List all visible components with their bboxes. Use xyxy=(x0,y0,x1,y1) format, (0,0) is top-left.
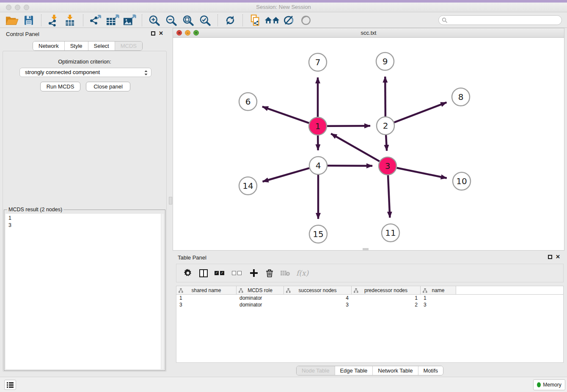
delete-icon[interactable] xyxy=(265,267,274,279)
tab-node-table[interactable]: Node Table xyxy=(297,366,335,375)
table-cell[interactable]: 3 xyxy=(284,302,352,308)
zoom-out-icon[interactable] xyxy=(163,14,180,27)
close-panel-icon[interactable]: ✕ xyxy=(159,31,163,36)
graph-node-6[interactable]: 6 xyxy=(239,93,257,110)
graph-edge-4-14[interactable] xyxy=(263,168,309,182)
graph-node-11[interactable]: 11 xyxy=(382,224,399,242)
table-cell[interactable]: 3 xyxy=(421,302,456,308)
optimization-criterion-value: strongly connected component xyxy=(25,69,100,75)
graph-node-10[interactable]: 10 xyxy=(453,172,471,190)
graph-edge-1-6[interactable] xyxy=(262,107,309,123)
graph-node-9[interactable]: 9 xyxy=(376,52,394,70)
svg-text:10: 10 xyxy=(456,176,467,186)
column-type-icon xyxy=(286,288,291,293)
optimization-criterion-select[interactable]: strongly connected component xyxy=(19,68,151,77)
export-network-icon[interactable] xyxy=(87,14,104,27)
import-network-icon[interactable] xyxy=(45,14,62,27)
save-icon[interactable] xyxy=(20,14,37,27)
column-header-predecessor-nodes[interactable]: predecessor nodes xyxy=(352,286,421,294)
toolbar-separator xyxy=(217,14,218,26)
node-table: shared nameMCDS rolesuccessor nodesprede… xyxy=(176,286,564,363)
refresh-icon[interactable] xyxy=(222,14,239,27)
graph-edge-1-2[interactable] xyxy=(327,126,370,126)
deselect-all-icon[interactable] xyxy=(232,267,243,279)
panel-splitter-grip[interactable] xyxy=(169,197,172,204)
open-folder-icon[interactable] xyxy=(3,14,20,27)
tab-motifs[interactable]: Motifs xyxy=(418,366,443,375)
toolbar-separator xyxy=(242,14,243,26)
task-history-button[interactable] xyxy=(4,380,16,390)
float-panel-icon[interactable] xyxy=(151,31,155,36)
tab-network-table[interactable]: Network Table xyxy=(373,366,418,375)
network-canvas[interactable]: 7968124314101511 xyxy=(173,38,564,250)
column-header-mcds-role[interactable]: MCDS role xyxy=(237,286,284,294)
show-columns-icon[interactable] xyxy=(199,267,208,279)
graph-edge-3-1[interactable] xyxy=(331,134,380,161)
table-cell[interactable]: 1 xyxy=(352,295,421,301)
tab-style[interactable]: Style xyxy=(65,41,88,50)
column-type-icon xyxy=(239,288,243,293)
table-cell[interactable]: dominator xyxy=(237,295,284,301)
float-table-panel-icon[interactable] xyxy=(548,255,552,259)
close-panel-button[interactable]: Close panel xyxy=(86,82,130,91)
duplicate-network-icon[interactable] xyxy=(247,14,264,27)
memory-button[interactable]: Memory xyxy=(533,379,565,390)
import-table-icon[interactable] xyxy=(62,14,79,27)
svg-text:9: 9 xyxy=(383,56,388,66)
tab-edge-table[interactable]: Edge Table xyxy=(335,366,373,375)
graph-edge-3-10[interactable] xyxy=(397,168,447,178)
table-settings-gear-icon[interactable] xyxy=(183,267,193,279)
column-header-shared-name[interactable]: shared name xyxy=(176,286,237,294)
result-scrollbar[interactable] xyxy=(161,214,164,369)
tab-select[interactable]: Select xyxy=(88,41,115,50)
svg-text:7: 7 xyxy=(315,57,321,67)
control-panel-tabs: NetworkStyleSelectMCDS xyxy=(33,41,143,51)
graph-node-3[interactable]: 3 xyxy=(379,157,396,175)
column-header-name[interactable]: name xyxy=(421,286,456,294)
run-mcds-button[interactable]: Run MCDS xyxy=(40,82,80,91)
svg-text:3: 3 xyxy=(385,161,391,171)
graph-node-7[interactable]: 7 xyxy=(309,53,327,71)
graph-node-15[interactable]: 15 xyxy=(309,225,327,243)
svg-text:2: 2 xyxy=(383,121,388,131)
canvas-splitter-grip[interactable] xyxy=(363,248,369,250)
zoom-fit-icon[interactable] xyxy=(180,14,197,27)
graph-node-8[interactable]: 8 xyxy=(452,88,470,106)
export-table-icon[interactable] xyxy=(104,14,121,27)
table-row[interactable]: 1dominator411 xyxy=(176,295,563,301)
graph-edge-3-11[interactable] xyxy=(388,175,390,218)
zoom-in-icon[interactable] xyxy=(146,14,163,27)
table-row[interactable]: 3dominator323 xyxy=(176,301,563,308)
graph-edge-2-8[interactable] xyxy=(394,102,447,122)
graph-edge-2-3[interactable] xyxy=(386,135,387,151)
close-table-panel-icon[interactable]: ✕ xyxy=(556,255,560,259)
graph-node-1[interactable]: 1 xyxy=(309,117,327,135)
table-cell[interactable]: 2 xyxy=(352,302,421,308)
graph-node-2[interactable]: 2 xyxy=(377,117,394,135)
birdseye-view-icon[interactable] xyxy=(297,14,314,27)
network-frame-titlebar[interactable]: ✕ − + scc.txt xyxy=(173,28,564,38)
graphics-details-icon[interactable] xyxy=(281,14,297,27)
select-all-icon[interactable]: ✓✓ xyxy=(215,267,226,279)
home-view-icon[interactable] xyxy=(264,14,281,27)
svg-text:14: 14 xyxy=(242,181,253,191)
select-stepper-icon xyxy=(144,69,148,76)
column-header-successor-nodes[interactable]: successor nodes xyxy=(284,286,352,294)
table-cell[interactable]: dominator xyxy=(237,302,284,308)
tab-network[interactable]: Network xyxy=(33,41,65,50)
table-cell[interactable]: 1 xyxy=(176,295,237,301)
add-icon[interactable] xyxy=(249,267,259,279)
table-cell[interactable]: 3 xyxy=(176,302,237,308)
graph-edge-2-9[interactable] xyxy=(385,77,385,116)
tab-mcds[interactable]: MCDS xyxy=(115,41,142,50)
mcds-panel: Optimization criterion: strongly connect… xyxy=(3,51,167,372)
table-cell[interactable]: 4 xyxy=(284,295,352,301)
graph-edge-4-3[interactable] xyxy=(328,166,372,166)
search-input[interactable] xyxy=(449,16,559,24)
table-cell[interactable]: 1 xyxy=(421,295,456,301)
mcds-result-text[interactable]: 1 3 xyxy=(6,214,164,369)
export-image-icon[interactable] xyxy=(121,14,138,27)
graph-node-4[interactable]: 4 xyxy=(309,157,327,174)
graph-node-14[interactable]: 14 xyxy=(239,177,257,195)
zoom-selected-icon[interactable] xyxy=(197,14,214,27)
